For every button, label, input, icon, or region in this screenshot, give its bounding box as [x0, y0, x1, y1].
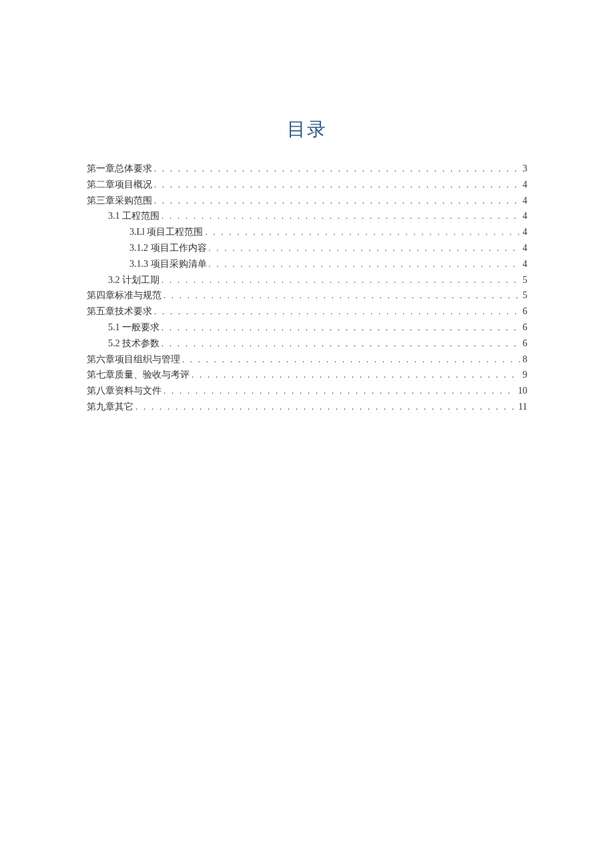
toc-entry: 5.2 技术参数6 — [87, 336, 527, 352]
toc-leader-dots — [162, 337, 521, 346]
toc-entry-label: 5.2 技术参数 — [108, 336, 160, 352]
toc-entry-page: 11 — [519, 399, 527, 415]
toc-entry-page: 3 — [523, 161, 527, 177]
toc-entry-page: 8 — [523, 352, 527, 368]
toc-entry: 第三章采购范围4 — [87, 193, 527, 209]
toc-entry: 3.Ll 项目工程范围4 — [87, 224, 527, 240]
toc-entry-label: 第四章标准与规范 — [87, 288, 162, 304]
toc-entry-page: 6 — [523, 336, 527, 352]
toc-leader-dots — [135, 400, 517, 410]
toc-entry-page: 6 — [523, 304, 527, 320]
toc-leader-dots — [209, 242, 521, 251]
toc-entry: 3.1.2 项目工作内容4 — [87, 240, 527, 256]
toc-entry-label: 第五章技术要求 — [87, 304, 152, 320]
toc-leader-dots — [209, 258, 521, 267]
toc-entry-label: 第六章项目组织与管理 — [87, 352, 180, 368]
toc-entry-page: 4 — [523, 256, 527, 272]
toc-leader-dots — [164, 384, 516, 394]
toc-entry-label: 第七章质量、验收与考评 — [87, 367, 190, 383]
toc-entry-label: 第二章项目概况 — [87, 177, 152, 193]
toc-entry-label: 第三章采购范围 — [87, 193, 152, 209]
toc-entry: 第八章资料与文件10 — [87, 383, 527, 399]
toc-entry-page: 4 — [523, 177, 527, 193]
toc-leader-dots — [154, 162, 521, 171]
toc-entry-label: 3.1.3 项目采购清单 — [129, 256, 207, 272]
toc-leader-dots — [164, 289, 521, 298]
toc-leader-dots — [205, 226, 521, 235]
toc-entry-label: 第八章资料与文件 — [87, 383, 162, 399]
toc-entry: 第七章质量、验收与考评9 — [87, 367, 527, 383]
toc-list: 第一章总体要求3第二章项目概况4第三章采购范围43.1 工程范围43.Ll 项目… — [87, 161, 527, 415]
toc-entry-label: 3.Ll 项目工程范围 — [129, 224, 203, 240]
toc-leader-dots — [154, 305, 521, 314]
toc-leader-dots — [154, 194, 521, 203]
toc-entry-page: 10 — [518, 383, 527, 399]
toc-leader-dots — [162, 321, 521, 330]
toc-entry-page: 4 — [523, 193, 527, 209]
toc-entry-label: 第九章其它 — [87, 399, 133, 415]
toc-entry: 第一章总体要求3 — [87, 161, 527, 177]
toc-leader-dots — [182, 353, 521, 362]
toc-title: 目录 — [87, 117, 527, 142]
toc-entry-page: 9 — [523, 367, 527, 383]
toc-entry-label: 第一章总体要求 — [87, 161, 152, 177]
toc-entry: 第五章技术要求6 — [87, 304, 527, 320]
toc-entry-label: 3.1 工程范围 — [108, 208, 160, 224]
toc-entry: 第九章其它11 — [87, 399, 527, 415]
toc-entry-page: 6 — [523, 320, 527, 336]
toc-entry: 第四章标准与规范5 — [87, 288, 527, 304]
toc-entry-label: 5.1 一般要求 — [108, 320, 160, 336]
toc-leader-dots — [154, 178, 521, 187]
toc-entry: 3.2 计划工期5 — [87, 272, 527, 288]
toc-entry: 3.1 工程范围4 — [87, 208, 527, 224]
toc-entry: 5.1 一般要求6 — [87, 320, 527, 336]
toc-leader-dots — [192, 368, 521, 378]
toc-entry-label: 3.2 计划工期 — [108, 272, 160, 288]
toc-entry: 第六章项目组织与管理8 — [87, 352, 527, 368]
toc-entry-page: 4 — [523, 224, 527, 240]
toc-entry-page: 5 — [523, 272, 527, 288]
toc-entry-page: 4 — [523, 208, 527, 224]
toc-entry-page: 5 — [523, 288, 527, 304]
toc-entry-page: 4 — [523, 240, 527, 256]
toc-entry: 第二章项目概况4 — [87, 177, 527, 193]
toc-entry: 3.1.3 项目采购清单4 — [87, 256, 527, 272]
toc-leader-dots — [162, 209, 521, 219]
toc-leader-dots — [162, 274, 521, 283]
toc-entry-label: 3.1.2 项目工作内容 — [129, 240, 207, 256]
